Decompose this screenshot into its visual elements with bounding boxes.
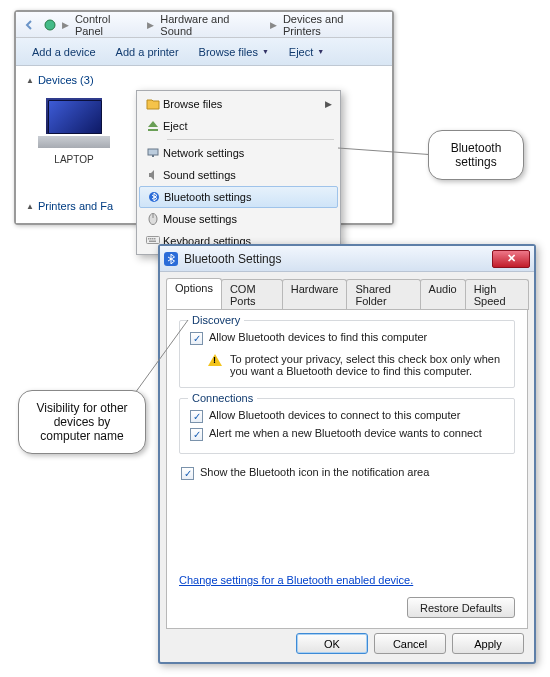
- breadcrumb-seg-3[interactable]: Devices and Printers: [279, 11, 388, 39]
- menu-label: Bluetooth settings: [164, 191, 331, 203]
- group-connections: Connections ✓ Allow Bluetooth devices to…: [179, 398, 515, 454]
- cancel-button[interactable]: Cancel: [374, 633, 446, 654]
- eject-icon: [143, 120, 163, 132]
- sound-icon: [143, 169, 163, 181]
- group-label: Devices (3): [38, 74, 94, 86]
- collapse-triangle-icon: ▲: [26, 202, 34, 211]
- svg-rect-12: [149, 241, 156, 243]
- callout-bluetooth-settings: Bluetooth settings: [428, 130, 524, 180]
- ctx-browse-files[interactable]: Browse files ▶: [139, 93, 338, 115]
- collapse-triangle-icon: ▲: [26, 76, 34, 85]
- submenu-arrow-icon: ▶: [325, 99, 332, 109]
- bluetooth-settings-dialog: Bluetooth Settings ✕ Options COM Ports H…: [158, 244, 536, 664]
- menu-label: Sound settings: [163, 169, 332, 181]
- checkbox-label: Alert me when a new Bluetooth device wan…: [209, 427, 482, 439]
- tab-pane-options: Discovery ✓ Allow Bluetooth devices to f…: [166, 309, 528, 629]
- tab-label: Options: [175, 282, 213, 294]
- explorer-toolbar: Add a device Add a printer Browse files …: [16, 38, 392, 66]
- tab-hardware[interactable]: Hardware: [282, 279, 348, 310]
- ctx-mouse-settings[interactable]: Mouse settings: [139, 208, 338, 230]
- network-icon: [143, 147, 163, 159]
- checkbox-label: Show the Bluetooth icon in the notificat…: [200, 466, 429, 478]
- mouse-icon: [143, 213, 163, 225]
- callout-text: Visibility for other devices by computer…: [36, 401, 127, 443]
- checkbox-label: Allow Bluetooth devices to find this com…: [209, 331, 427, 343]
- button-label: Cancel: [393, 638, 427, 650]
- toolbar-label: Add a device: [32, 46, 96, 58]
- checkbox-alert-connect[interactable]: ✓: [190, 428, 203, 441]
- ok-button[interactable]: OK: [296, 633, 368, 654]
- nav-back-icon[interactable]: [23, 18, 37, 32]
- toolbar-label: Browse files: [199, 46, 258, 58]
- group-devices[interactable]: ▲ Devices (3): [26, 72, 382, 90]
- tab-high-speed[interactable]: High Speed: [465, 279, 529, 310]
- menu-label: Browse files: [163, 98, 325, 110]
- ctx-network-settings[interactable]: Network settings: [139, 142, 338, 164]
- dialog-title: Bluetooth Settings: [184, 252, 492, 266]
- ctx-sound-settings[interactable]: Sound settings: [139, 164, 338, 186]
- ctx-bluetooth-settings[interactable]: Bluetooth settings: [139, 186, 338, 208]
- group-legend: Connections: [188, 392, 257, 404]
- dialog-button-row: OK Cancel Apply: [296, 633, 524, 654]
- row-show-icon: ✓ Show the Bluetooth icon in the notific…: [179, 464, 515, 482]
- eject-button[interactable]: Eject ▼: [279, 42, 334, 62]
- breadcrumb-seg-1[interactable]: Control Panel: [71, 11, 145, 39]
- row-alert-connect: ✓ Alert me when a new Bluetooth device w…: [190, 425, 504, 443]
- callout-visibility: Visibility for other devices by computer…: [18, 390, 146, 454]
- menu-separator: [167, 139, 334, 140]
- ctx-eject[interactable]: Eject: [139, 115, 338, 137]
- svg-rect-3: [152, 155, 154, 157]
- link-change-device-settings[interactable]: Change settings for a Bluetooth enabled …: [179, 574, 413, 586]
- apply-button[interactable]: Apply: [452, 633, 524, 654]
- callout-text: Bluetooth settings: [451, 141, 502, 169]
- tab-shared-folder[interactable]: Shared Folder: [346, 279, 420, 310]
- chevron-down-icon: ▼: [317, 48, 324, 55]
- tab-options[interactable]: Options: [166, 278, 222, 309]
- button-label: OK: [324, 638, 340, 650]
- row-allow-connect: ✓ Allow Bluetooth devices to connect to …: [190, 407, 504, 425]
- group-label: Printers and Fa: [38, 200, 113, 212]
- checkbox-show-icon[interactable]: ✓: [181, 467, 194, 480]
- svg-rect-2: [148, 149, 158, 155]
- context-menu: Browse files ▶ Eject Network settings: [136, 90, 341, 255]
- tabstrip: Options COM Ports Hardware Shared Folder…: [160, 272, 534, 309]
- breadcrumb-seg-2[interactable]: Hardware and Sound: [156, 11, 268, 39]
- add-printer-button[interactable]: Add a printer: [106, 42, 189, 62]
- explorer-body: ▲ Devices (3) LAPTOP ▲ Printers and Fa B…: [16, 66, 392, 223]
- device-laptop[interactable]: LAPTOP: [30, 94, 118, 165]
- folder-icon: [143, 98, 163, 110]
- dialog-titlebar: Bluetooth Settings ✕: [160, 246, 534, 272]
- group-legend: Discovery: [188, 314, 244, 326]
- close-icon: ✕: [507, 252, 516, 265]
- toolbar-label: Eject: [289, 46, 313, 58]
- tab-label: Hardware: [291, 283, 339, 295]
- chevron-right-icon: ▶: [60, 20, 71, 30]
- svg-rect-9: [150, 238, 152, 240]
- svg-rect-10: [152, 238, 154, 240]
- row-allow-find: ✓ Allow Bluetooth devices to find this c…: [190, 329, 504, 347]
- checkbox-allow-find[interactable]: ✓: [190, 332, 203, 345]
- toolbar-label: Add a printer: [116, 46, 179, 58]
- privacy-note: To protect your privacy, select this che…: [190, 347, 504, 377]
- control-panel-icon: [43, 18, 57, 32]
- add-device-button[interactable]: Add a device: [22, 42, 106, 62]
- svg-rect-1: [148, 129, 158, 131]
- svg-rect-7: [147, 237, 160, 244]
- chevron-right-icon: ▶: [145, 20, 156, 30]
- checkbox-label: Allow Bluetooth devices to connect to th…: [209, 409, 460, 421]
- browse-files-button[interactable]: Browse files ▼: [189, 42, 279, 62]
- tab-label: Shared Folder: [355, 283, 390, 307]
- menu-label: Eject: [163, 120, 332, 132]
- restore-defaults-button[interactable]: Restore Defaults: [407, 597, 515, 618]
- bluetooth-icon: [164, 252, 178, 266]
- tab-audio[interactable]: Audio: [420, 279, 466, 310]
- chevron-right-icon: ▶: [268, 20, 279, 30]
- close-button[interactable]: ✕: [492, 250, 530, 268]
- warning-icon: [208, 354, 222, 366]
- menu-label: Network settings: [163, 147, 332, 159]
- checkbox-allow-connect[interactable]: ✓: [190, 410, 203, 423]
- tab-com-ports[interactable]: COM Ports: [221, 279, 283, 310]
- tab-label: COM Ports: [230, 283, 256, 307]
- group-printers[interactable]: ▲ Printers and Fa: [26, 198, 113, 216]
- menu-label: Mouse settings: [163, 213, 332, 225]
